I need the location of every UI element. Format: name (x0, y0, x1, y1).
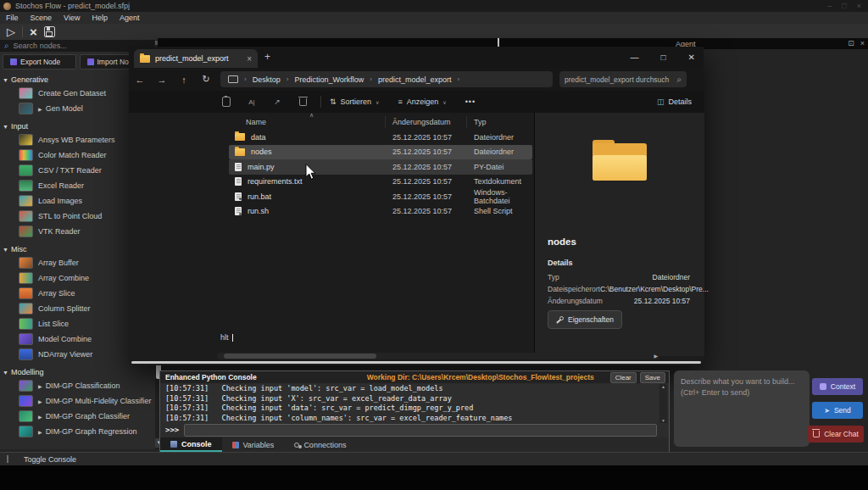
file-type: Dateiordner (467, 148, 528, 156)
up-icon[interactable]: ↑ (173, 75, 195, 85)
properties-button[interactable]: Eigenschaften (548, 310, 622, 329)
console-prompt: >>> (165, 426, 179, 434)
back-icon[interactable]: ← (129, 75, 151, 85)
tab-connections[interactable]: Connections (284, 437, 356, 452)
console-tabs: Console Variables Connections (160, 437, 669, 452)
file-row-nodes[interactable]: nodes 25.12.2025 10:57 Dateiordner (229, 145, 532, 160)
node-dimgp-graph-classifier[interactable]: ▶ DIM-GP Graph Classifier (0, 409, 155, 424)
explorer-tab-title: predict_model_export (155, 54, 229, 63)
detail-label: Typ (548, 273, 559, 281)
details-row-modified: Änderungsdatum 25.12.2025 10:57 (548, 297, 690, 305)
file-row-run-bat[interactable]: run.bat 25.12.2025 10:57 Windows-Batchda… (229, 189, 532, 204)
menu-view[interactable]: View (64, 14, 80, 22)
detail-label: Änderungsdatum (548, 297, 603, 305)
scroll-down-icon[interactable]: ▼ (659, 418, 667, 423)
column-name[interactable]: Name (229, 116, 386, 128)
details-toggle-button[interactable]: ◫ Details (657, 97, 692, 106)
console-scrollbar[interactable]: ▲ ▼ (659, 384, 667, 423)
tab-label: Variables (243, 441, 275, 449)
breadcrumb-desktop[interactable]: Desktop (253, 75, 281, 84)
context-button[interactable]: Context (812, 378, 863, 395)
section-modelling[interactable]: ▼ Modelling (0, 366, 155, 378)
explorer-search-input[interactable]: predict_model_export durchsuch ⌕ (559, 71, 687, 87)
menu-agent[interactable]: Agent (120, 14, 140, 22)
tab-console[interactable]: Console (160, 437, 222, 452)
view-dropdown[interactable]: ≡ Anzeigen ∨ (398, 97, 446, 106)
breadcrumb-predict-model-export[interactable]: predict_model_export (378, 75, 452, 84)
console-input[interactable] (184, 424, 657, 437)
horizontal-scrollbar-thumb[interactable] (224, 354, 376, 359)
file-name: run.sh (248, 207, 269, 215)
menu-bar: File Scene View Help Agent (0, 12, 868, 24)
agent-close-icon[interactable]: × (860, 39, 865, 47)
array-slice-icon (19, 287, 33, 299)
refresh-icon[interactable]: ↻ (195, 74, 217, 85)
sort-dropdown[interactable]: ⇅ Sortieren ∨ (330, 97, 379, 106)
console-log[interactable]: [10:57:31] Checking input 'model': src_v… (162, 384, 659, 423)
detail-value: 25.12.2025 10:57 (634, 297, 690, 305)
column-type[interactable]: Typ (467, 116, 528, 128)
csv-reader-icon (19, 164, 33, 176)
clear-chat-button[interactable]: Clear Chat (808, 426, 864, 443)
file-date: 25.12.2025 10:57 (386, 133, 467, 142)
file-date: 25.12.2025 10:57 (386, 192, 467, 201)
save-icon[interactable] (44, 26, 55, 37)
forward-icon[interactable]: → (151, 75, 173, 85)
delete-icon[interactable] (290, 97, 315, 106)
window-title: Stochos Flow - predict_model.sfpj (15, 2, 130, 10)
console-clear-button[interactable]: Clear (610, 372, 637, 383)
tab-close-icon[interactable]: × (247, 54, 252, 64)
horizontal-scrollbar[interactable]: ▶ (217, 353, 659, 359)
app-minimize-icon[interactable]: – (827, 2, 832, 10)
explorer-tab[interactable]: predict_model_export × (134, 49, 258, 68)
scroll-right-icon[interactable]: ▶ (654, 353, 658, 359)
column-date[interactable]: Änderungsdatum (386, 116, 467, 128)
details-title: nodes (548, 237, 576, 247)
share-icon[interactable]: ↗ (264, 97, 290, 106)
explorer-close-icon[interactable]: ✕ (688, 53, 695, 62)
scroll-up-icon[interactable]: ▲ (659, 384, 667, 389)
details-row-location: Dateispeicherort C:\Benutzer\Kcrem\Deskt… (548, 285, 690, 293)
app-close-icon[interactable]: × (857, 2, 861, 10)
explorer-minimize-icon[interactable]: — (631, 53, 639, 62)
chat-input[interactable]: Describe what you want to build... (Ctrl… (674, 370, 810, 447)
menu-scene[interactable]: Scene (31, 14, 53, 22)
app-status-bar: Toggle Console (0, 452, 868, 465)
menu-file[interactable]: File (6, 14, 19, 22)
app-maximize-icon[interactable]: □ (842, 2, 846, 10)
node-dimgp-graph-regression[interactable]: ▶ DIM-GP Graph Regression (0, 424, 155, 439)
stop-icon[interactable]: × (30, 26, 37, 38)
tab-variables[interactable]: Variables (222, 437, 285, 452)
file-row-requirements[interactable]: requirements.txt 25.12.2025 10:57 Textdo… (229, 175, 532, 190)
file-name: main.py (248, 163, 275, 171)
view-label: Anzeigen (407, 97, 439, 106)
file-row-run-sh[interactable]: run.sh 25.12.2025 10:57 Shell Script (229, 204, 532, 220)
breadcrumb[interactable]: › Desktop › Prediction_Workflow › predic… (220, 71, 553, 87)
search-icon: ⌕ (676, 75, 682, 85)
breadcrumb-prediction-workflow[interactable]: Prediction_Workflow (294, 75, 364, 84)
ansys-icon (19, 134, 33, 146)
paste-icon[interactable] (214, 97, 239, 107)
run-icon[interactable]: ▷ (7, 26, 15, 37)
console-save-button[interactable]: Save (640, 372, 665, 383)
file-row-data[interactable]: data 25.12.2025 10:57 Dateiordner (229, 130, 532, 145)
menu-help[interactable]: Help (92, 14, 108, 22)
send-button[interactable]: ➤ Send (812, 402, 863, 419)
chevron-down-icon: ∨ (376, 99, 379, 105)
toggle-console-button[interactable]: Toggle Console (24, 455, 76, 464)
collapse-triangle-icon: ▼ (3, 247, 8, 253)
node-label: VTK Reader (38, 227, 81, 236)
rename-icon[interactable]: A| (239, 98, 264, 106)
new-tab-icon[interactable]: + (264, 51, 270, 63)
more-options-icon[interactable]: ••• (465, 97, 476, 106)
tab-label: Connections (303, 441, 346, 449)
file-name: run.bat (248, 192, 271, 201)
agent-dock-icon[interactable]: ⊡ (848, 39, 854, 47)
explorer-maximize-icon[interactable]: □ (661, 53, 666, 62)
node-search-placeholder: Search nodes... (14, 42, 67, 50)
node-dimgp-classification[interactable]: ▶ DIM-GP Classification (0, 378, 155, 393)
file-row-main-py[interactable]: main.py 25.12.2025 10:57 PY-Datei (229, 159, 532, 175)
connections-tab-icon (294, 443, 299, 448)
node-dimgp-multi-fidelity[interactable]: ▶ DIM-GP Multi-Fidelity Classifier (0, 393, 155, 409)
export-node-button[interactable]: Export Node (3, 54, 76, 70)
